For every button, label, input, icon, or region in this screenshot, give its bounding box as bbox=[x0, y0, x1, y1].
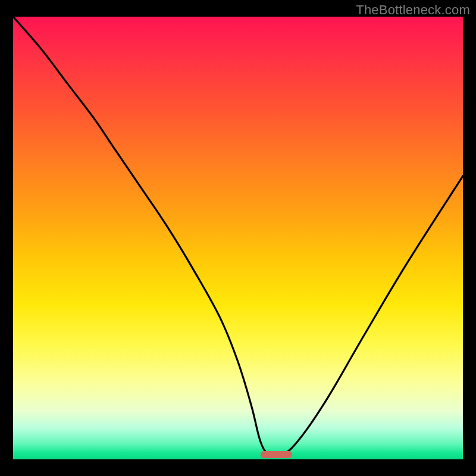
optimal-zone-marker bbox=[261, 451, 292, 458]
watermark-text: TheBottleneck.com bbox=[356, 2, 470, 18]
bottleneck-curve bbox=[13, 17, 463, 459]
chart-frame: TheBottleneck.com bbox=[0, 0, 476, 476]
plot-area bbox=[13, 17, 463, 459]
